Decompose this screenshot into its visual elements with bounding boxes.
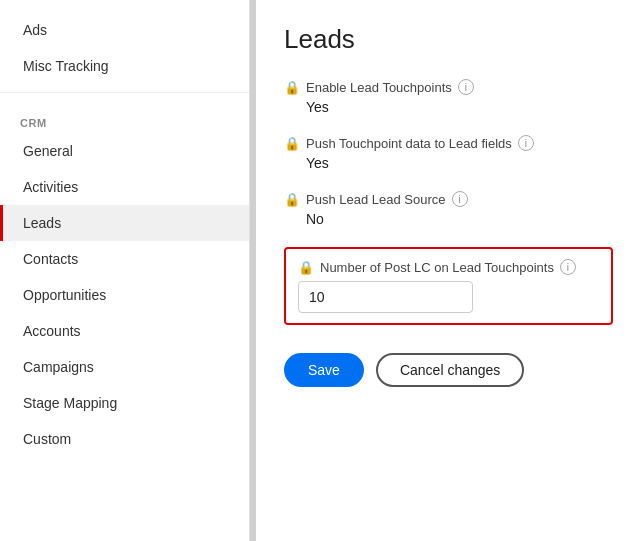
- sidebar-item-general[interactable]: General: [0, 133, 249, 169]
- setting-row-enable-lead-touchpoints: 🔒Enable Lead TouchpointsiYes: [284, 79, 613, 115]
- setting-header-push-lead-source: 🔒Push Lead Lead Sourcei: [284, 191, 613, 207]
- sidebar-item-opportunities[interactable]: Opportunities: [0, 277, 249, 313]
- setting-row-push-lead-source: 🔒Push Lead Lead SourceiNo: [284, 191, 613, 227]
- lock-icon: 🔒: [298, 260, 314, 275]
- lock-icon: 🔒: [284, 136, 300, 151]
- sidebar-item-stage-mapping[interactable]: Stage Mapping: [0, 385, 249, 421]
- crm-section-label: CRM: [0, 107, 249, 133]
- info-icon-push-lead-source[interactable]: i: [452, 191, 468, 207]
- setting-header-push-touchpoint-data: 🔒Push Touchpoint data to Lead fieldsi: [284, 135, 613, 151]
- setting-label-push-lead-source: Push Lead Lead Source: [306, 192, 446, 207]
- main-content: Leads 🔒Enable Lead TouchpointsiYes🔒Push …: [256, 0, 641, 541]
- setting-label-number-of-post-lc: Number of Post LC on Lead Touchpoints: [320, 260, 554, 275]
- lock-icon: 🔒: [284, 80, 300, 95]
- setting-row-push-touchpoint-data: 🔒Push Touchpoint data to Lead fieldsiYes: [284, 135, 613, 171]
- setting-label-push-touchpoint-data: Push Touchpoint data to Lead fields: [306, 136, 512, 151]
- setting-value-push-lead-source: No: [284, 211, 613, 227]
- sidebar-item-activities[interactable]: Activities: [0, 169, 249, 205]
- setting-input-number-of-post-lc[interactable]: [298, 281, 473, 313]
- action-buttons: Save Cancel changes: [284, 353, 613, 387]
- setting-header-number-of-post-lc: 🔒Number of Post LC on Lead Touchpointsi: [298, 259, 599, 275]
- setting-header-enable-lead-touchpoints: 🔒Enable Lead Touchpointsi: [284, 79, 613, 95]
- sidebar-item-contacts[interactable]: Contacts: [0, 241, 249, 277]
- sidebar-item-custom[interactable]: Custom: [0, 421, 249, 457]
- setting-value-push-touchpoint-data: Yes: [284, 155, 613, 171]
- sidebar-item-accounts[interactable]: Accounts: [0, 313, 249, 349]
- setting-row-number-of-post-lc: 🔒Number of Post LC on Lead Touchpointsi: [284, 247, 613, 325]
- sidebar-item-ads[interactable]: Ads: [0, 12, 249, 48]
- info-icon-push-touchpoint-data[interactable]: i: [518, 135, 534, 151]
- cancel-button[interactable]: Cancel changes: [376, 353, 524, 387]
- sidebar-item-leads[interactable]: Leads: [0, 205, 249, 241]
- sidebar-item-misc-tracking[interactable]: Misc Tracking: [0, 48, 249, 84]
- sidebar: AdsMisc Tracking CRM GeneralActivitiesLe…: [0, 0, 250, 541]
- save-button[interactable]: Save: [284, 353, 364, 387]
- info-icon-enable-lead-touchpoints[interactable]: i: [458, 79, 474, 95]
- page-title: Leads: [284, 24, 613, 55]
- info-icon-number-of-post-lc[interactable]: i: [560, 259, 576, 275]
- setting-label-enable-lead-touchpoints: Enable Lead Touchpoints: [306, 80, 452, 95]
- setting-value-enable-lead-touchpoints: Yes: [284, 99, 613, 115]
- lock-icon: 🔒: [284, 192, 300, 207]
- sidebar-item-campaigns[interactable]: Campaigns: [0, 349, 249, 385]
